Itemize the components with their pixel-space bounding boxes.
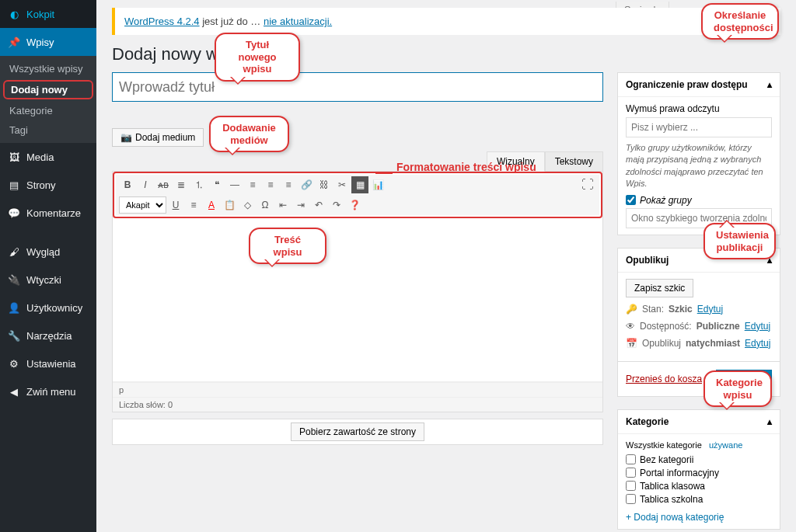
sidebar-item-plugins[interactable]: 🔌 Wtyczki: [0, 266, 96, 294]
edit-schedule-link[interactable]: Edytuj: [745, 338, 770, 349]
page-icon: ▤: [6, 177, 22, 193]
add-media-button[interactable]: 📷 Dodaj medium: [112, 128, 204, 147]
quote-button[interactable]: ❝: [208, 176, 225, 193]
callout-format: Formatowanie treści wpisu: [396, 161, 536, 173]
main-content: WordPress 4.2.4 jest już do … nie aktual…: [96, 0, 796, 532]
dashboard-icon: ◐: [6, 6, 22, 22]
ul-button[interactable]: ≣: [173, 176, 190, 193]
wordpress-version-link[interactable]: WordPress 4.2.4: [124, 16, 200, 27]
save-draft-button[interactable]: Zapisz szkic: [626, 279, 693, 297]
clear-format-button[interactable]: ◇: [239, 196, 256, 214]
fetch-content-bar: Pobierz zawartość ze strony: [112, 419, 603, 445]
bold-button[interactable]: B: [119, 176, 136, 193]
cat-tab-used[interactable]: używane: [709, 440, 742, 450]
sidebar-item-comments[interactable]: 💬 Komentarze: [0, 199, 96, 227]
status-row: 🔑 Stan: Szkic Edytuj: [626, 304, 772, 315]
categories-metabox-title[interactable]: Kategorie ▴: [618, 410, 780, 434]
chevron-up-icon: ▴: [767, 79, 772, 90]
sidebar-label: Media: [26, 151, 54, 163]
align-right-button[interactable]: ≡: [280, 176, 297, 193]
sidebar-item-collapse[interactable]: ◀ Zwiń menu: [0, 377, 96, 405]
editor-statusbar: p Liczba słów: 0: [113, 381, 602, 412]
show-groups-box[interactable]: [626, 195, 636, 205]
sidebar-label: Wpisy: [26, 37, 54, 48]
ol-button[interactable]: ⒈: [190, 176, 208, 193]
redo-button[interactable]: ↷: [328, 196, 345, 214]
format-select[interactable]: Akapit: [119, 196, 166, 214]
undo-button[interactable]: ↶: [310, 196, 327, 214]
eye-icon: 👁: [626, 321, 635, 332]
callout-access: Określanie dostępności: [701, 3, 779, 40]
submenu-tags[interactable]: Tagi: [0, 120, 96, 140]
editor-body[interactable]: [113, 218, 602, 381]
help-button[interactable]: ❓: [346, 196, 363, 214]
unlink-button[interactable]: ⛓: [316, 176, 333, 193]
submenu-add-new[interactable]: Dodaj nowy: [3, 80, 93, 99]
textcolor-button[interactable]: A: [203, 196, 220, 214]
link-button[interactable]: 🔗: [298, 176, 315, 193]
strike-button[interactable]: ᴀʙ: [155, 176, 172, 193]
sidebar-item-posts[interactable]: 📌 Wpisy: [0, 28, 96, 56]
user-icon: 👤: [6, 300, 22, 315]
fetch-content-button[interactable]: Pobierz zawartość ze strony: [291, 422, 424, 441]
schedule-row: 📅 Opublikuj natychmiast Edytuj: [626, 338, 772, 349]
plugin-icon: 🔌: [6, 272, 22, 287]
hr-button[interactable]: —: [226, 176, 243, 193]
tab-text[interactable]: Tekstowy: [545, 151, 603, 172]
more-button[interactable]: ✂: [333, 176, 351, 193]
edit-status-link[interactable]: Edytuj: [697, 304, 723, 315]
sidebar-item-dashboard[interactable]: ◐ Kokpit: [0, 0, 96, 28]
indent-button[interactable]: ⇥: [292, 196, 309, 214]
move-to-trash-link[interactable]: Przenieś do kosza: [626, 374, 702, 384]
fullscreen-button[interactable]: ⛶: [579, 176, 596, 193]
submenu-all-posts[interactable]: Wszystkie wpisy: [0, 59, 96, 78]
sidebar-item-media[interactable]: 🖼 Media: [0, 143, 96, 171]
paste-text-button[interactable]: 📋: [221, 196, 238, 214]
sidebar-item-appearance[interactable]: 🖌 Wygląd: [0, 238, 96, 266]
posts-submenu: Wszystkie wpisy Dodaj nowy Kategorie Tag…: [0, 56, 96, 143]
update-link[interactable]: nie aktualizacji.: [264, 16, 332, 27]
access-metabox-title[interactable]: Ograniczenie praw dostępu ▴: [618, 73, 780, 97]
chart-button[interactable]: 📊: [369, 176, 386, 193]
brush-icon: 🖌: [6, 244, 22, 259]
justify-button[interactable]: ≡: [185, 196, 202, 214]
callout-body: Treść wpisu: [249, 228, 326, 264]
special-char-button[interactable]: Ω: [257, 196, 274, 214]
submenu-categories[interactable]: Kategorie: [0, 101, 96, 120]
element-path: p: [113, 382, 602, 397]
show-groups-checkbox[interactable]: Pokaż grupy: [626, 195, 772, 206]
access-group-input[interactable]: [626, 117, 772, 137]
sidebar-item-settings[interactable]: ⚙ Ustawienia: [0, 349, 96, 377]
outdent-button[interactable]: ⇤: [274, 196, 292, 214]
cat-tab-all[interactable]: Wszystkie kategorie: [626, 440, 702, 450]
category-tabs: Wszystkie kategorie używane: [626, 440, 772, 450]
italic-button[interactable]: I: [137, 176, 154, 193]
access-metabox: Ograniczenie praw dostępu ▴ Wymuś prawa …: [617, 72, 780, 235]
toolbar-highlight-box: B I ᴀʙ ≣ ⒈ ❝ — ≡ ≡ ≡ 🔗 ⛓ ✂ ▦ 📊: [113, 172, 602, 218]
sidebar-label: Narzędzia: [26, 330, 72, 342]
access-description: Tylko grupy użytkowników, którzy mają pr…: [626, 142, 772, 190]
page-title: Dodaj nowy wpis: [112, 44, 780, 64]
sidebar-label: Komentarze: [26, 207, 81, 219]
side-column: Ograniczenie praw dostępu ▴ Wymuś prawa …: [617, 72, 780, 532]
align-left-button[interactable]: ≡: [244, 176, 261, 193]
category-item[interactable]: Tablica klasowa: [626, 481, 772, 492]
edit-visibility-link[interactable]: Edytuj: [745, 321, 770, 332]
key-icon: 🔑: [626, 304, 637, 315]
underline-button[interactable]: U: [167, 196, 184, 214]
sidebar-label: Wygląd: [26, 246, 60, 258]
sidebar-label: Użytkownicy: [26, 302, 82, 314]
add-category-link[interactable]: + Dodaj nową kategorię: [626, 512, 724, 523]
sidebar-item-users[interactable]: 👤 Użytkownicy: [0, 294, 96, 322]
callout-categories: Kategorie wpisu: [703, 370, 772, 407]
toolbar-toggle-button[interactable]: ▦: [351, 176, 368, 193]
category-item[interactable]: Bez kategorii: [626, 454, 772, 465]
editor-toolbar-row2: Akapit U ≡ A 📋 ◇ Ω ⇤ ⇥ ↶ ↷ ❓: [116, 195, 599, 215]
align-center-button[interactable]: ≡: [262, 176, 279, 193]
editor-toolbar-row1: B I ᴀʙ ≣ ⒈ ❝ — ≡ ≡ ≡ 🔗 ⛓ ✂ ▦ 📊: [116, 175, 599, 195]
category-item[interactable]: Tablica szkolna: [626, 494, 772, 505]
post-title-input[interactable]: [112, 72, 603, 102]
category-item[interactable]: Portal informacyjny: [626, 468, 772, 478]
sidebar-item-tools[interactable]: 🔧 Narzędzia: [0, 322, 96, 349]
sidebar-item-pages[interactable]: ▤ Strony: [0, 171, 96, 199]
